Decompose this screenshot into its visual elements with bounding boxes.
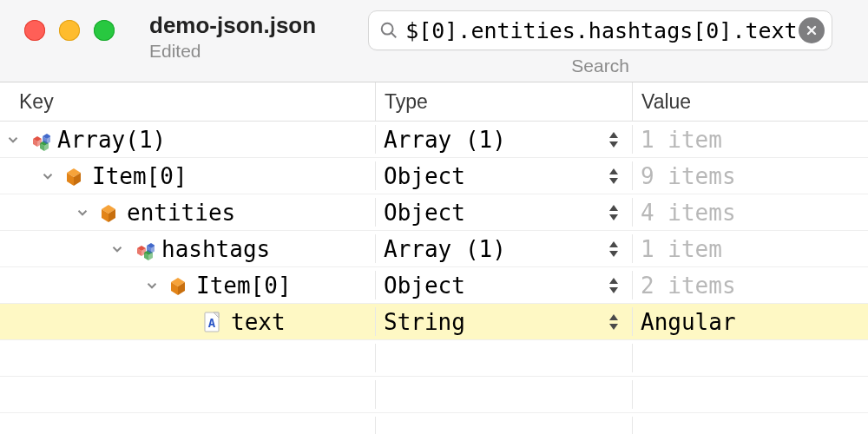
node-key: Array(1) [57, 127, 166, 153]
type-stepper-icon[interactable] [608, 130, 620, 149]
search-icon [379, 21, 398, 40]
node-value[interactable]: 9 items [632, 158, 868, 194]
close-window-button[interactable] [24, 20, 45, 41]
node-value[interactable]: 2 items [632, 267, 868, 303]
node-type: Array (1) [384, 127, 506, 153]
node-value[interactable]: Angular [632, 304, 868, 339]
type-stepper-icon[interactable] [608, 276, 620, 295]
node-type: Object [384, 273, 465, 299]
json-tree: Array(1)Array (1)1 itemItem[0]Object9 it… [0, 122, 868, 434]
type-stepper-icon[interactable] [608, 167, 620, 186]
column-header-value[interactable]: Value [632, 82, 868, 121]
document-title: demo-json.json [149, 12, 316, 39]
column-header-key[interactable]: Key [0, 90, 375, 114]
clear-search-button[interactable] [799, 17, 825, 43]
node-value[interactable]: 1 item [632, 231, 868, 266]
svg-text:A: A [208, 316, 216, 330]
node-type: Array (1) [384, 236, 506, 262]
type-stepper-icon[interactable] [608, 312, 620, 332]
object-icon [167, 274, 189, 297]
search-input[interactable]: $[0].entities.hashtags[0].text [368, 10, 832, 50]
empty-row [0, 377, 868, 413]
minimize-window-button[interactable] [59, 20, 80, 41]
type-stepper-icon[interactable] [608, 240, 620, 259]
tree-row[interactable]: entitiesObject4 items [0, 194, 868, 231]
node-value[interactable]: 4 items [632, 194, 868, 230]
node-key: Item[0] [92, 163, 187, 189]
node-key: Item[0] [196, 273, 292, 299]
node-type: Object [384, 200, 465, 226]
window-controls [24, 20, 115, 41]
type-stepper-icon[interactable] [608, 203, 620, 222]
array-icon [132, 238, 155, 260]
empty-row [0, 340, 868, 377]
title-bar: demo-json.json Edited $[0].entities.hash… [0, 0, 868, 82]
tree-row[interactable]: AtextStringAngular [0, 304, 868, 340]
node-value[interactable]: 1 item [632, 122, 868, 157]
document-status: Edited [149, 41, 316, 62]
search-caption: Search [368, 56, 832, 76]
disclosure-chevron-icon[interactable] [75, 205, 90, 220]
disclosure-chevron-icon[interactable] [40, 168, 56, 184]
tree-row[interactable]: Item[0]Object2 items [0, 267, 868, 304]
empty-row [0, 413, 868, 434]
column-header-type[interactable]: Type [375, 82, 632, 121]
column-header-row: Key Type Value [0, 82, 868, 122]
node-key: entities [127, 200, 235, 226]
disclosure-chevron-icon[interactable] [5, 132, 21, 148]
tree-row[interactable]: Array(1)Array (1)1 item [0, 122, 868, 158]
tree-row[interactable]: Item[0]Object9 items [0, 158, 868, 194]
disclosure-chevron-icon[interactable] [109, 241, 125, 257]
object-icon [97, 201, 120, 224]
node-key: text [231, 309, 286, 335]
node-type: Object [384, 163, 465, 189]
search-value: $[0].entities.hashtags[0].text [405, 18, 799, 43]
disclosure-chevron-icon[interactable] [144, 278, 160, 293]
tree-row[interactable]: hashtagsArray (1)1 item [0, 231, 868, 267]
object-icon [62, 165, 85, 187]
svg-point-0 [382, 23, 393, 35]
node-type: String [384, 309, 465, 335]
svg-line-1 [391, 33, 397, 38]
array-icon [28, 128, 50, 151]
zoom-window-button[interactable] [94, 20, 115, 41]
node-key: hashtags [161, 236, 270, 262]
string-icon: A [201, 311, 224, 333]
